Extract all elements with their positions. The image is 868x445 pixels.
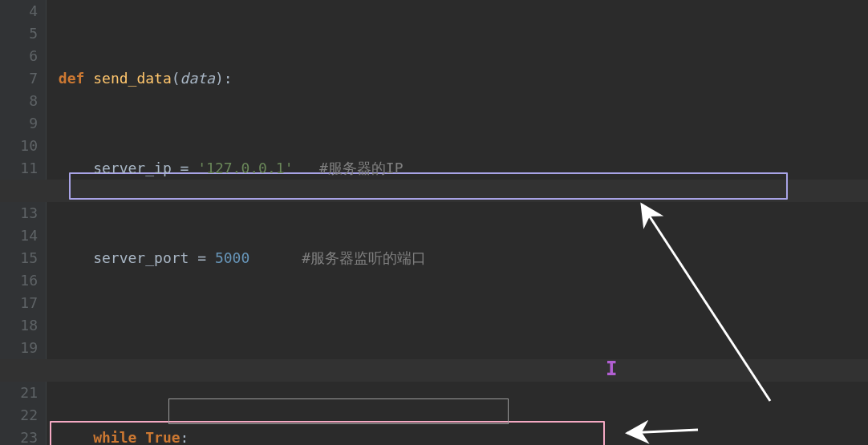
code-line[interactable]: server_ip = '127.0.0.1' #服务器的IP	[50, 157, 868, 180]
lineno: 7	[0, 67, 38, 90]
code-area[interactable]: def send_data(data): server_ip = '127.0.…	[47, 0, 868, 445]
kw-true: True	[145, 429, 180, 445]
str-ip: '127.0.0.1'	[197, 160, 293, 176]
lineno: 17	[0, 292, 38, 314]
code-editor[interactable]: 4 5 6 7 8 9 10 11 12 13 14 15 16 17 18 1…	[0, 0, 868, 445]
lineno: 6	[0, 45, 38, 67]
lineno: 19	[0, 337, 38, 359]
lineno: 13	[0, 202, 38, 225]
lineno: 15	[0, 247, 38, 269]
lineno: 16	[0, 269, 38, 292]
kw-def: def	[59, 70, 85, 87]
lineno: 10	[0, 135, 38, 157]
var-server-port: server_port	[93, 249, 189, 266]
comment: #服务器监听的端口	[302, 249, 426, 266]
code-line[interactable]: while True:	[50, 427, 868, 445]
lineno: 4	[0, 0, 38, 22]
lineno: 8	[0, 90, 38, 112]
lineno: 11	[0, 157, 38, 180]
annotation-box-thin	[168, 398, 509, 424]
code-line[interactable]	[50, 337, 868, 359]
code-line[interactable]: server_port = 5000 #服务器监听的端口	[50, 247, 868, 269]
lineno: 9	[0, 112, 38, 135]
lineno: 23	[0, 427, 38, 445]
lineno: 22	[0, 404, 38, 427]
comment: #服务器的IP	[319, 160, 404, 176]
code-line[interactable]: def send_data(data):	[50, 67, 868, 90]
fn-name: send_data	[93, 70, 172, 87]
lineno: 5	[0, 22, 38, 45]
num-port: 5000	[215, 249, 249, 266]
lineno: 21	[0, 382, 38, 404]
var-server-ip: server_ip	[93, 160, 172, 176]
lineno: 14	[0, 225, 38, 247]
kw-while: while	[93, 429, 136, 445]
ibeam-cursor-icon: I	[606, 358, 617, 380]
param-data: data	[180, 70, 215, 87]
lineno: 18	[0, 314, 38, 337]
